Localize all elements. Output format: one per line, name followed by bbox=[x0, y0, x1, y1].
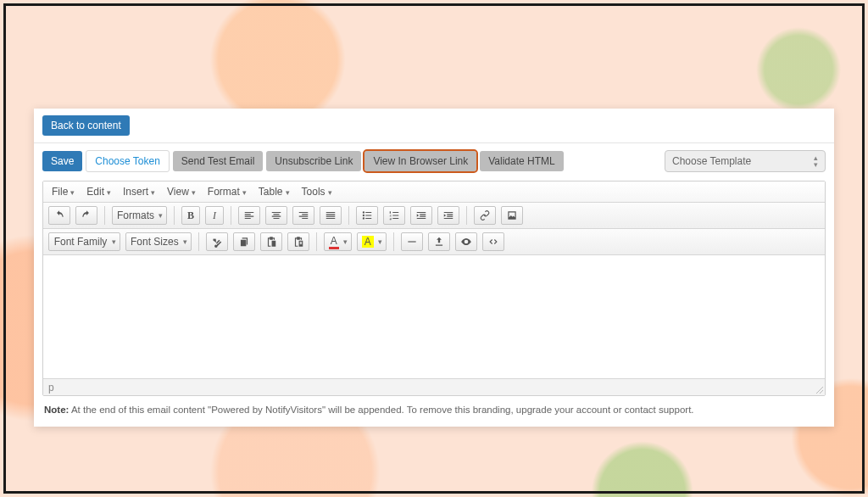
align-left-button[interactable] bbox=[238, 206, 260, 225]
italic-button[interactable]: I bbox=[205, 206, 224, 225]
email-editor-panel: Back to content Save Choose Token Send T… bbox=[34, 109, 834, 427]
text-color-dropdown[interactable]: A bbox=[324, 232, 352, 251]
choose-token-button[interactable]: Choose Token bbox=[86, 150, 170, 172]
align-center-button[interactable] bbox=[265, 206, 287, 225]
resize-grip[interactable] bbox=[815, 385, 823, 394]
bullet-list-button[interactable] bbox=[356, 206, 378, 225]
paste-text-button[interactable] bbox=[287, 232, 309, 251]
choose-template-select[interactable]: Choose Template ▴▾ bbox=[665, 150, 826, 172]
image-button[interactable] bbox=[501, 206, 523, 225]
toolbar-row-2: Font Family Font Sizes A A bbox=[43, 229, 825, 255]
image-icon bbox=[506, 209, 518, 221]
outdent-icon bbox=[415, 209, 427, 221]
editor-content-area[interactable] bbox=[43, 255, 825, 378]
editor-menubar: File▾ Edit▾ Insert▾ View▾ Format▾ Table▾… bbox=[43, 181, 825, 203]
menu-format[interactable]: Format▾ bbox=[208, 186, 247, 198]
undo-button[interactable] bbox=[48, 206, 70, 225]
indent-button[interactable] bbox=[437, 206, 459, 225]
align-justify-button[interactable] bbox=[320, 206, 342, 225]
horizontal-rule-button[interactable] bbox=[401, 232, 423, 251]
hr-icon bbox=[406, 236, 418, 248]
font-sizes-dropdown[interactable]: Font Sizes bbox=[125, 232, 192, 251]
formats-dropdown[interactable]: Formats bbox=[112, 206, 167, 225]
upload-button[interactable] bbox=[428, 232, 450, 251]
code-icon bbox=[487, 236, 499, 248]
outdent-button[interactable] bbox=[410, 206, 432, 225]
cut-button[interactable] bbox=[206, 232, 228, 251]
copy-icon bbox=[238, 236, 250, 248]
svg-point-1 bbox=[363, 215, 364, 216]
back-to-content-button[interactable]: Back to content bbox=[42, 115, 130, 136]
upload-icon bbox=[433, 236, 445, 248]
bg-color-dropdown[interactable]: A bbox=[357, 232, 387, 251]
send-test-email-button[interactable]: Send Test Email bbox=[173, 151, 264, 171]
paste-button[interactable] bbox=[260, 232, 282, 251]
number-list-icon bbox=[388, 209, 400, 221]
menu-insert[interactable]: Insert▾ bbox=[123, 186, 155, 198]
redo-button[interactable] bbox=[75, 206, 97, 225]
preview-button[interactable] bbox=[455, 232, 477, 251]
paste-text-icon bbox=[292, 236, 304, 248]
cut-icon bbox=[211, 236, 223, 248]
validate-html-button[interactable]: Validate HTML bbox=[480, 151, 563, 171]
svg-point-0 bbox=[363, 211, 364, 213]
align-right-button[interactable] bbox=[292, 206, 314, 225]
align-right-icon bbox=[298, 209, 309, 221]
menu-file[interactable]: File▾ bbox=[52, 186, 75, 198]
menu-table[interactable]: Table▾ bbox=[259, 186, 290, 198]
align-justify-icon bbox=[325, 209, 337, 221]
source-code-button[interactable] bbox=[482, 232, 504, 251]
bullet-list-icon bbox=[361, 209, 373, 221]
action-bar: Save Choose Token Send Test Email Unsubs… bbox=[34, 143, 834, 181]
menu-edit[interactable]: Edit▾ bbox=[86, 186, 111, 198]
bold-button[interactable]: B bbox=[181, 206, 200, 225]
number-list-button[interactable] bbox=[383, 206, 405, 225]
unsubscribe-link-button[interactable]: Unsubscribe Link bbox=[266, 151, 361, 171]
eye-icon bbox=[460, 236, 472, 248]
undo-icon bbox=[53, 209, 65, 221]
element-path: p bbox=[48, 382, 54, 394]
font-family-dropdown[interactable]: Font Family bbox=[48, 232, 120, 251]
panel-header: Back to content bbox=[34, 109, 834, 143]
editor-statusbar: p bbox=[43, 378, 825, 395]
view-in-browser-link-button[interactable]: View In Browser Link bbox=[364, 151, 476, 171]
copy-button[interactable] bbox=[233, 232, 255, 251]
svg-point-2 bbox=[363, 217, 364, 219]
paste-icon bbox=[265, 236, 277, 248]
rich-text-editor: File▾ Edit▾ Insert▾ View▾ Format▾ Table▾… bbox=[42, 181, 826, 396]
footer-note: Note: At the end of this email content "… bbox=[34, 396, 834, 415]
toolbar-row-1: Formats B I bbox=[43, 203, 825, 229]
template-select-label: Choose Template bbox=[672, 155, 751, 167]
select-arrows-icon: ▴▾ bbox=[814, 154, 818, 168]
menu-view[interactable]: View▾ bbox=[167, 186, 196, 198]
save-button[interactable]: Save bbox=[42, 151, 82, 171]
redo-icon bbox=[81, 209, 92, 221]
note-label: Note: bbox=[44, 405, 69, 415]
link-icon bbox=[479, 209, 491, 221]
indent-icon bbox=[442, 209, 454, 221]
link-button[interactable] bbox=[474, 206, 496, 225]
menu-tools[interactable]: Tools▾ bbox=[302, 186, 332, 198]
align-center-icon bbox=[270, 209, 282, 221]
align-left-icon bbox=[243, 209, 255, 221]
note-text: At the end of this email content "Powere… bbox=[69, 405, 693, 415]
